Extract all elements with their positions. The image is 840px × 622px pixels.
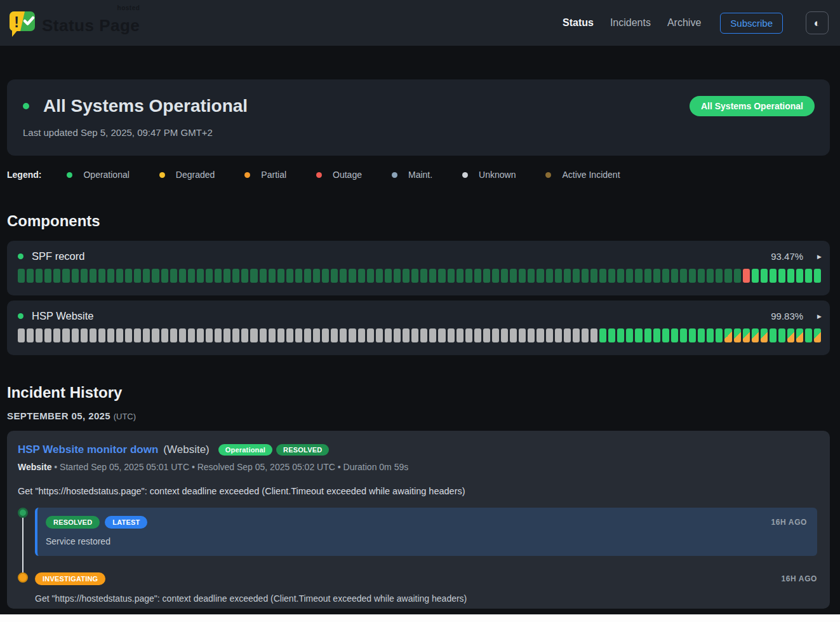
uptime-bar[interactable] xyxy=(125,269,132,283)
uptime-bar[interactable] xyxy=(671,328,678,342)
uptime-bar[interactable] xyxy=(81,269,88,283)
nav-item-archive[interactable]: Archive xyxy=(667,17,701,29)
uptime-bar[interactable] xyxy=(510,328,517,342)
uptime-bar[interactable] xyxy=(796,269,803,283)
uptime-bar[interactable] xyxy=(438,328,445,342)
uptime-bar[interactable] xyxy=(250,328,257,342)
uptime-bar[interactable] xyxy=(313,269,320,283)
uptime-bar[interactable] xyxy=(143,328,150,342)
nav-item-incidents[interactable]: Incidents xyxy=(610,17,651,29)
uptime-bar[interactable] xyxy=(555,328,562,342)
uptime-bar[interactable] xyxy=(564,328,571,342)
subscribe-button[interactable]: Subscribe xyxy=(720,13,783,34)
uptime-bar[interactable] xyxy=(179,328,186,342)
uptime-bar[interactable] xyxy=(501,269,508,283)
uptime-bar[interactable] xyxy=(349,328,356,342)
uptime-bar[interactable] xyxy=(36,328,43,342)
uptime-bar[interactable] xyxy=(206,328,213,342)
nav-item-status[interactable]: Status xyxy=(563,17,594,29)
uptime-bar[interactable] xyxy=(170,269,177,283)
incident-title-link[interactable]: HSP Website monitor down xyxy=(18,443,158,456)
uptime-bar[interactable] xyxy=(590,328,597,342)
uptime-bar[interactable] xyxy=(707,328,714,342)
uptime-bar[interactable] xyxy=(72,269,79,283)
uptime-bar[interactable] xyxy=(295,328,302,342)
uptime-bar[interactable] xyxy=(662,269,669,283)
uptime-bar[interactable] xyxy=(716,328,723,342)
uptime-bar[interactable] xyxy=(340,328,347,342)
uptime-bar[interactable] xyxy=(787,269,794,283)
uptime-bar[interactable] xyxy=(179,269,186,283)
uptime-bar[interactable] xyxy=(331,269,338,283)
uptime-bar[interactable] xyxy=(814,328,821,342)
uptime-bar[interactable] xyxy=(537,269,543,283)
uptime-bar[interactable] xyxy=(260,328,267,342)
expand-arrow-icon[interactable]: ▶ xyxy=(817,313,822,320)
uptime-bar[interactable] xyxy=(152,269,159,283)
uptime-bar[interactable] xyxy=(635,269,642,283)
uptime-bar[interactable] xyxy=(161,328,168,342)
uptime-bar[interactable] xyxy=(617,269,624,283)
uptime-bar[interactable] xyxy=(206,269,213,283)
uptime-bar[interactable] xyxy=(125,328,132,342)
uptime-bar[interactable] xyxy=(770,328,777,342)
uptime-bar[interactable] xyxy=(519,269,526,283)
uptime-bar[interactable] xyxy=(394,328,401,342)
uptime-bar[interactable] xyxy=(573,328,580,342)
uptime-bar[interactable] xyxy=(215,269,222,283)
uptime-bar[interactable] xyxy=(483,328,490,342)
uptime-bar[interactable] xyxy=(98,328,105,342)
uptime-bar[interactable] xyxy=(188,269,195,283)
uptime-bar[interactable] xyxy=(429,269,436,283)
uptime-bar[interactable] xyxy=(805,269,812,283)
uptime-bar[interactable] xyxy=(277,269,284,283)
uptime-bar[interactable] xyxy=(394,269,401,283)
uptime-bar[interactable] xyxy=(787,328,794,342)
uptime-bar[interactable] xyxy=(546,269,553,283)
uptime-bar[interactable] xyxy=(635,328,642,342)
uptime-bar[interactable] xyxy=(671,269,678,283)
uptime-bar[interactable] xyxy=(232,269,239,283)
uptime-bar[interactable] xyxy=(528,328,535,342)
uptime-bar[interactable] xyxy=(662,328,669,342)
uptime-bar[interactable] xyxy=(483,269,490,283)
uptime-bar[interactable] xyxy=(27,328,34,342)
uptime-bar[interactable] xyxy=(188,328,195,342)
uptime-bar[interactable] xyxy=(492,269,499,283)
uptime-bar[interactable] xyxy=(608,328,615,342)
uptime-bar[interactable] xyxy=(134,269,141,283)
uptime-bar[interactable] xyxy=(778,328,785,342)
uptime-bar[interactable] xyxy=(510,269,517,283)
uptime-bar[interactable] xyxy=(403,269,410,283)
uptime-bar[interactable] xyxy=(143,269,150,283)
uptime-bar[interactable] xyxy=(367,328,374,342)
uptime-bar[interactable] xyxy=(770,269,777,283)
uptime-bar[interactable] xyxy=(761,269,768,283)
uptime-bar[interactable] xyxy=(680,328,687,342)
theme-toggle-button[interactable]: ◐ xyxy=(806,11,829,34)
uptime-bar[interactable] xyxy=(734,328,741,342)
uptime-bar[interactable] xyxy=(626,328,633,342)
uptime-bar[interactable] xyxy=(546,328,553,342)
uptime-bar[interactable] xyxy=(582,269,589,283)
uptime-bar[interactable] xyxy=(44,328,51,342)
uptime-bar[interactable] xyxy=(537,328,543,342)
uptime-bar[interactable] xyxy=(286,328,293,342)
uptime-bar[interactable] xyxy=(53,269,60,283)
uptime-bar[interactable] xyxy=(277,328,284,342)
uptime-bar[interactable] xyxy=(590,269,597,283)
uptime-bar[interactable] xyxy=(707,269,714,283)
uptime-bar[interactable] xyxy=(429,328,436,342)
uptime-bar[interactable] xyxy=(644,328,651,342)
uptime-bar[interactable] xyxy=(474,269,481,283)
uptime-bar[interactable] xyxy=(653,328,660,342)
uptime-bar[interactable] xyxy=(304,328,311,342)
uptime-bar[interactable] xyxy=(223,328,230,342)
uptime-bar[interactable] xyxy=(814,269,821,283)
uptime-bar[interactable] xyxy=(269,328,276,342)
uptime-bar[interactable] xyxy=(689,328,696,342)
expand-arrow-icon[interactable]: ▶ xyxy=(817,254,822,260)
uptime-bar[interactable] xyxy=(322,269,329,283)
uptime-bar[interactable] xyxy=(501,328,508,342)
uptime-bar[interactable] xyxy=(761,328,768,342)
